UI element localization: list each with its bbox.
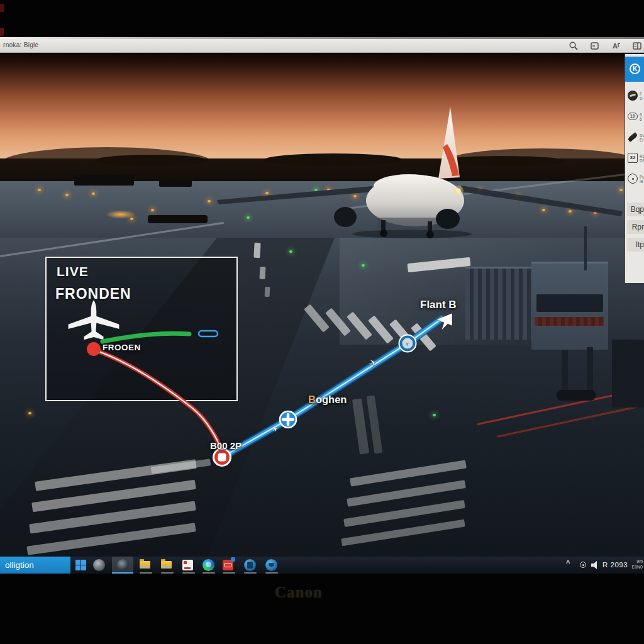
bridge-stripe [535,317,604,326]
sidebar-item-calendar[interactable]: 32 RoDS [628,153,644,167]
midfield-tarmac [0,181,644,239]
treeline [264,153,402,166]
counter-pill-icon: 10 [628,113,638,120]
taskbar-search[interactable]: olligtion [0,557,70,574]
tray-date[interactable]: 9mE0N0 [628,558,643,570]
brand-logo: Canon [275,584,369,601]
bridge-wheels [557,390,596,401]
running-indicator [223,572,235,574]
route-label-mid: Boghen [308,394,347,406]
taskbar-app-photos[interactable] [182,560,193,570]
start-button[interactable] [75,559,87,571]
calendar-icon: 32 [628,153,638,163]
bridge-windows [536,294,603,312]
monitor-bezel: rnoka: Bigle A [0,0,644,644]
taskbar-app-mail[interactable] [223,560,233,570]
frame-icon[interactable] [590,41,600,51]
panel-airplane-icon [67,298,121,343]
right-sidebar: K FD 10 66 DcEr 32 RoDS PuIS Bqp [625,54,644,283]
origin-label: FROOEN [103,343,141,352]
sidebar-button-3[interactable]: Itp [627,238,644,252]
bezel-reflection [0,4,4,12]
running-indicator [182,572,195,574]
taskbar: olligtion [0,557,644,574]
taskbar-app-lens[interactable] [93,559,105,571]
taskbar-app-folder[interactable] [140,561,150,569]
windows-icon [75,560,87,570]
toolbar-icons: A [569,41,641,51]
browser-toolbar: rnoka: Bigle A [0,39,644,53]
bridge-accordion [465,267,532,340]
panel-icon[interactable] [633,41,641,51]
sidebar-item-globe[interactable]: FD [628,91,644,104]
treeline [440,156,566,166]
sidebar-item-target[interactable]: PuIS [628,174,644,187]
pen-icon [628,132,638,142]
sidebar-logo-icon: K [630,64,640,74]
sidebar-button-1[interactable]: Bqp [627,203,644,216]
bridge-mast [584,226,587,270]
taskbar-app-blue2[interactable] [265,559,277,571]
tray-clock[interactable]: R 2093 [602,561,628,569]
running-indicator [265,572,278,574]
screen: rnoka: Bigle A [0,39,644,574]
running-indicator [203,572,215,574]
active-indicator [112,572,133,574]
bezel-reflection [0,28,4,36]
running-indicator [140,572,152,574]
sidebar-logo-tile[interactable]: K [625,57,644,82]
target-icon [628,174,638,184]
tray-chevron-icon[interactable]: ^ [566,559,570,567]
titlebar-text: rnoka: Bigle [3,42,38,48]
sidebar-item-pen[interactable]: DcEr [628,132,644,146]
search-icon[interactable] [569,41,579,51]
globe-icon [628,91,638,101]
taskbar-app-folder2[interactable] [161,561,172,569]
taskbar-app-edge[interactable] [203,559,214,571]
bridge-leg [562,350,568,390]
running-indicator [161,572,174,574]
sidebar-item-counter[interactable]: 10 66 [628,111,644,125]
running-indicator [244,572,257,574]
treeline [94,155,208,166]
service-vehicles [148,215,208,223]
badge [231,557,235,562]
sidebar-button-2[interactable]: Rpr [627,220,644,234]
route-label-end: Flant B [420,299,457,311]
active-app-icon [117,559,129,571]
airport-photo: LIVE FRONDEN ✈ ✈ ✈ [0,53,644,557]
taskbar-app-blue1[interactable] [244,559,256,571]
distant-building [159,180,192,187]
volume-icon[interactable] [591,561,599,569]
route-label-start: B00 2P [210,440,242,451]
svg-text:A: A [613,42,618,50]
panel-title-line1: LIVE [57,264,89,279]
reader-icon[interactable]: A [611,41,621,51]
taskbar-app-active[interactable] [112,557,133,574]
distant-building [74,175,134,186]
ground-equipment [612,340,644,408]
bridge-leg [587,347,593,390]
tray-status-icon[interactable] [580,562,586,568]
